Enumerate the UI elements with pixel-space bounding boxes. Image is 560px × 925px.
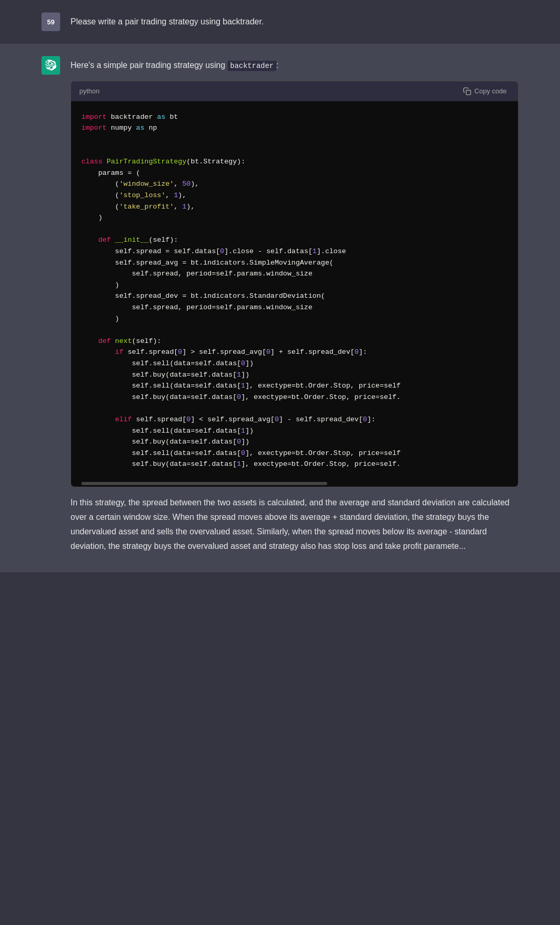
user-message-text: Please write a pair trading strategy usi… — [71, 17, 264, 26]
user-message-row: 59 Please write a pair trading strategy … — [0, 0, 560, 44]
inline-code-backtrader: backtrader — [228, 61, 276, 71]
assistant-message-row: Here's a simple pair trading strategy us… — [0, 44, 560, 572]
code-scrollbar-track[interactable] — [81, 482, 327, 485]
user-message-content: Please write a pair trading strategy usi… — [71, 12, 519, 29]
description-paragraph: In this strategy, the spread between the… — [71, 495, 519, 554]
user-avatar: 59 — [41, 12, 60, 31]
code-block-header: python Copy code — [71, 81, 518, 101]
intro-suffix: : — [276, 61, 278, 70]
code-language-label: python — [79, 86, 100, 97]
svg-rect-0 — [466, 90, 471, 95]
assistant-message-content: Here's a simple pair trading strategy us… — [71, 56, 519, 560]
openai-logo-icon — [45, 60, 57, 71]
code-scrollbar-area[interactable] — [71, 480, 518, 487]
copy-icon — [463, 87, 471, 95]
copy-code-button[interactable]: Copy code — [460, 86, 510, 96]
copy-button-label: Copy code — [474, 87, 507, 95]
assistant-avatar — [41, 56, 60, 75]
assistant-intro: Here's a simple pair trading strategy us… — [71, 58, 519, 73]
code-content: import backtrader as bt import numpy as … — [81, 113, 401, 468]
intro-text: Here's a simple pair trading strategy us… — [71, 61, 228, 70]
code-block-wrapper: python Copy code import backtrader as bt… — [71, 81, 519, 487]
code-pre[interactable]: import backtrader as bt import numpy as … — [71, 101, 518, 480]
avatar-label: 59 — [47, 18, 54, 26]
